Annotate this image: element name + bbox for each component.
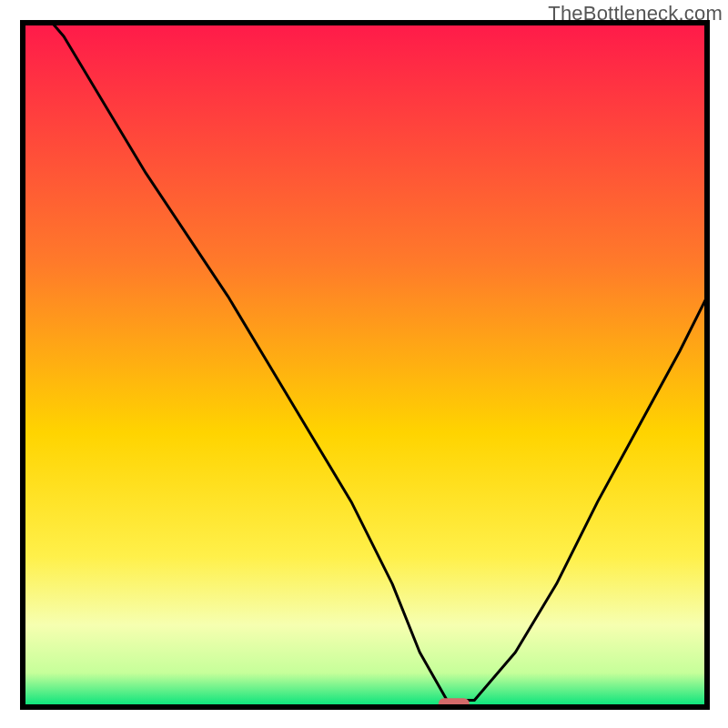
plot-background [23,23,707,707]
chart-svg [0,0,728,728]
chart-container: TheBottleneck.com [0,0,728,728]
watermark-text: TheBottleneck.com [548,2,723,25]
